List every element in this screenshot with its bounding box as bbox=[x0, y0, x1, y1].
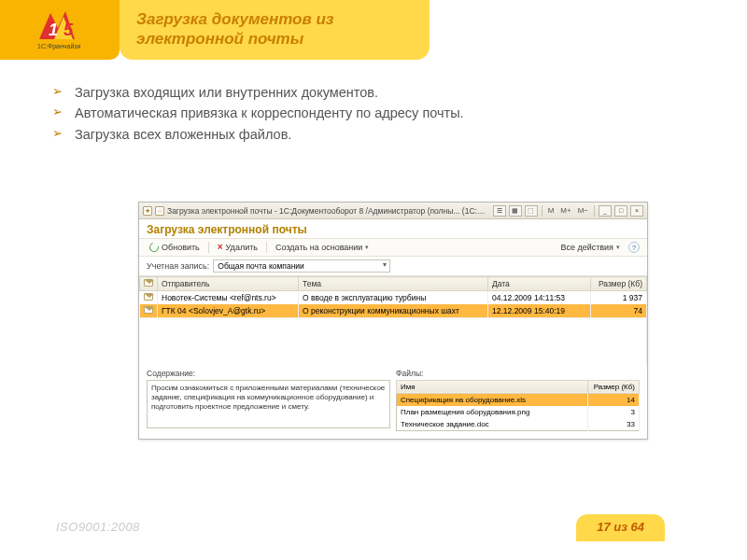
logo-panel: 15 1С:Франчайзи bbox=[0, 0, 120, 60]
zoom-m[interactable]: M bbox=[546, 206, 557, 215]
file-row[interactable]: Техническое задание.doc 33 bbox=[397, 418, 640, 431]
file-row[interactable]: План размещения оборудования.png 3 bbox=[397, 406, 640, 418]
help-button[interactable]: ? bbox=[628, 242, 640, 253]
envelope-icon bbox=[144, 306, 153, 314]
maximize-button[interactable]: □ bbox=[614, 205, 627, 217]
page-indicator: 17 из 64 bbox=[576, 514, 665, 541]
all-actions-button[interactable]: Все действия▾ bbox=[557, 242, 623, 253]
slide-title: Загрузка документов из электронной почты bbox=[136, 9, 413, 49]
content-box[interactable]: Просим ознакомиться с приложенными матер… bbox=[147, 380, 390, 428]
col-icon[interactable] bbox=[140, 277, 158, 291]
mail-table: Отправитель Тема Дата Размер (Кб) Новоте… bbox=[139, 276, 647, 365]
table-empty-area bbox=[140, 318, 647, 365]
chevron-down-icon: ▾ bbox=[365, 244, 369, 251]
window-titlebar: ★ ☆ Загрузка электронной почты - 1С:Доку… bbox=[139, 203, 647, 219]
chevron-down-icon: ▾ bbox=[616, 244, 620, 251]
all-actions-label: Все действия bbox=[560, 243, 613, 252]
cell-subject: О реконструкции коммуникационных шахт bbox=[299, 304, 488, 318]
app-toolbar: Обновить ×Удалить Создать на основании▾ … bbox=[139, 239, 647, 257]
close-button[interactable]: × bbox=[630, 205, 643, 217]
delete-button[interactable]: ×Удалить bbox=[215, 242, 261, 253]
bullet-item: Автоматическая привязка к корреспонденту… bbox=[52, 103, 710, 123]
fav-icon[interactable]: ☆ bbox=[155, 206, 164, 216]
title-bar: Загрузка документов из электронной почты bbox=[120, 0, 430, 60]
window-tool-3[interactable]: ⬚ bbox=[525, 205, 538, 217]
files-col-size[interactable]: Размер (Кб) bbox=[588, 380, 640, 393]
table-header-row: Отправитель Тема Дата Размер (Кб) bbox=[140, 277, 647, 291]
account-row: Учетная запись: Общая почта компании bbox=[139, 257, 647, 276]
file-name: Спецификация на оборудование.xls bbox=[397, 393, 588, 406]
app-window: ★ ☆ Загрузка электронной почты - 1С:Доку… bbox=[138, 202, 648, 440]
lower-panels: Содержание: Просим ознакомиться с прилож… bbox=[139, 365, 647, 439]
cell-subject: О вводе в эксплуатацию турбины bbox=[299, 291, 488, 305]
logo-icon: 15 bbox=[35, 7, 88, 45]
refresh-icon bbox=[148, 241, 161, 254]
files-col-name[interactable]: Имя bbox=[397, 380, 588, 393]
files-table: Имя Размер (Кб) Спецификация на оборудов… bbox=[396, 380, 640, 431]
app-heading: Загрузка электронной почты bbox=[147, 223, 640, 236]
table-row[interactable]: ГТК 04 <Solovjev_A@gtk.ru> О реконструкц… bbox=[140, 304, 647, 318]
file-size: 33 bbox=[588, 418, 640, 431]
zoom-m-plus[interactable]: M+ bbox=[558, 206, 572, 215]
minimize-button[interactable]: _ bbox=[599, 205, 612, 217]
col-size[interactable]: Размер (Кб) bbox=[591, 277, 647, 291]
account-label: Учетная запись: bbox=[147, 261, 209, 271]
account-value: Общая почта компании bbox=[218, 261, 304, 271]
content-panel: Содержание: Просим ознакомиться с прилож… bbox=[147, 369, 390, 431]
files-label: Файлы: bbox=[396, 369, 640, 378]
refresh-label: Обновить bbox=[162, 243, 200, 252]
account-select[interactable]: Общая почта компании bbox=[213, 259, 390, 273]
iso-label: ISO9001:2008 bbox=[56, 520, 140, 534]
delete-icon: × bbox=[218, 243, 223, 252]
files-panel: Файлы: Имя Размер (Кб) Спецификация на о… bbox=[396, 369, 640, 431]
col-subject[interactable]: Тема bbox=[299, 277, 488, 291]
file-row[interactable]: Спецификация на оборудование.xls 14 bbox=[397, 393, 640, 406]
table-row[interactable]: Новотек-Системы <ref@nts.ru> О вводе в э… bbox=[140, 291, 647, 305]
slide-header: 15 1С:Франчайзи Загрузка документов из э… bbox=[0, 0, 747, 60]
col-sender[interactable]: Отправитель bbox=[158, 277, 299, 291]
file-size: 14 bbox=[588, 393, 640, 406]
window-title: Загрузка электронной почты - 1С:Документ… bbox=[167, 206, 490, 216]
bullet-list: Загрузка входящих или внутренних докумен… bbox=[52, 82, 710, 145]
svg-text:1: 1 bbox=[49, 21, 58, 39]
file-size: 3 bbox=[588, 406, 640, 418]
refresh-button[interactable]: Обновить bbox=[147, 242, 203, 253]
bullet-item: Загрузка входящих или внутренних докумен… bbox=[52, 82, 710, 103]
bullet-item: Загрузка всех вложенных файлов. bbox=[52, 124, 710, 145]
cell-sender: ГТК 04 <Solovjev_A@gtk.ru> bbox=[158, 304, 299, 318]
cell-size: 74 bbox=[591, 304, 647, 318]
window-tool-1[interactable]: ☰ bbox=[493, 205, 506, 217]
window-tool-2[interactable]: ▦ bbox=[509, 205, 522, 217]
content-label: Содержание: bbox=[147, 369, 390, 378]
col-date[interactable]: Дата bbox=[488, 277, 591, 291]
delete-label: Удалить bbox=[226, 243, 258, 252]
envelope-icon bbox=[144, 279, 153, 287]
zoom-m-minus[interactable]: M− bbox=[576, 206, 590, 215]
svg-text:5: 5 bbox=[63, 21, 74, 39]
cell-date: 12.12.2009 15:40:19 bbox=[488, 304, 591, 318]
file-name: Техническое задание.doc bbox=[397, 418, 588, 431]
app-header: Загрузка электронной почты bbox=[139, 219, 647, 239]
logo-subtitle: 1С:Франчайзи bbox=[37, 43, 80, 49]
app-icon: ★ bbox=[143, 206, 152, 216]
cell-sender: Новотек-Системы <ref@nts.ru> bbox=[158, 291, 299, 305]
create-based-button[interactable]: Создать на основании▾ bbox=[273, 242, 372, 253]
cell-size: 1 937 bbox=[591, 291, 647, 305]
cell-date: 04.12.2009 14:11:53 bbox=[488, 291, 591, 305]
envelope-icon bbox=[144, 293, 153, 301]
file-name: План размещения оборудования.png bbox=[397, 406, 588, 418]
create-based-label: Создать на основании bbox=[275, 243, 362, 252]
